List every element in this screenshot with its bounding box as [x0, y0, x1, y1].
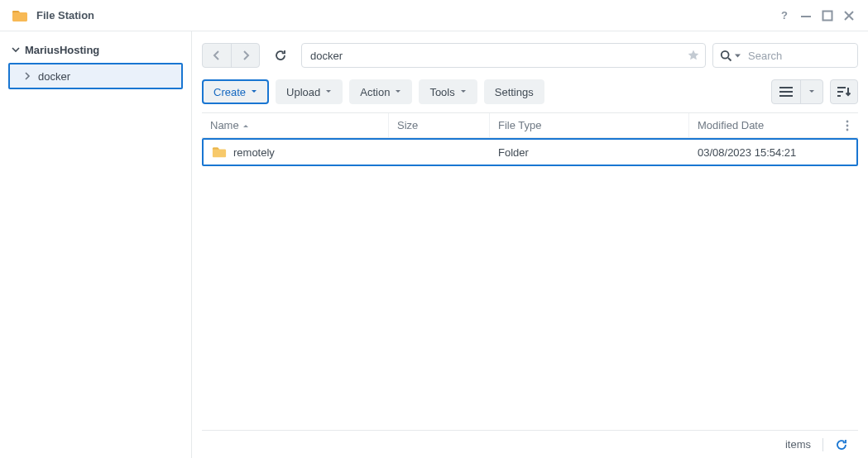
chevron-down-icon: [12, 45, 20, 54]
column-options-icon[interactable]: [837, 120, 858, 131]
status-refresh-icon[interactable]: [835, 438, 848, 451]
dropdown-icon: [325, 88, 332, 95]
svg-point-3: [722, 50, 729, 58]
sort-asc-icon: [242, 122, 249, 129]
svg-rect-6: [779, 95, 793, 97]
status-bar: items: [202, 430, 858, 458]
search-dropdown-icon[interactable]: [734, 52, 741, 60]
chevron-right-icon: [23, 72, 31, 80]
sidebar: MariusHosting docker: [0, 31, 192, 458]
help-icon[interactable]: ?: [774, 5, 795, 26]
table-row[interactable]: remotely Folder 03/08/2023 15:54:21: [204, 140, 856, 165]
folder-icon: [212, 145, 227, 160]
tree-item-label: docker: [38, 70, 70, 83]
list-view-icon[interactable]: [772, 80, 800, 103]
status-items-label: items: [785, 438, 811, 451]
column-header-size-label: Size: [397, 119, 418, 131]
window-title: File Station: [36, 9, 94, 21]
nav-group: [202, 43, 260, 68]
svg-rect-4: [779, 87, 793, 88]
tree-root[interactable]: MariusHosting: [0, 38, 191, 61]
close-icon[interactable]: [838, 5, 860, 26]
search-box[interactable]: [712, 43, 858, 68]
main: docker Create Upload: [192, 31, 868, 458]
tree-root-label: MariusHosting: [25, 44, 99, 56]
dropdown-icon: [395, 88, 401, 95]
dropdown-icon: [251, 88, 257, 95]
table-header: Name Size File Type Modified Date: [202, 113, 858, 138]
svg-rect-9: [837, 95, 841, 97]
column-header-type[interactable]: File Type: [490, 113, 689, 137]
minimize-icon[interactable]: [795, 5, 817, 26]
titlebar: File Station ?: [0, 0, 868, 31]
svg-rect-7: [837, 87, 846, 88]
svg-point-10: [846, 120, 849, 122]
search-input[interactable]: [746, 49, 868, 63]
column-header-size[interactable]: Size: [389, 113, 490, 137]
column-header-name[interactable]: Name: [202, 113, 389, 137]
row-type: Folder: [490, 146, 689, 159]
column-header-date[interactable]: Modified Date: [689, 113, 837, 137]
svg-point-11: [846, 124, 849, 126]
column-header-name-label: Name: [210, 119, 239, 131]
view-mode-dropdown[interactable]: [800, 80, 822, 103]
favorite-star-icon[interactable]: [687, 49, 700, 62]
tools-button-label: Tools: [429, 86, 454, 98]
svg-rect-8: [837, 91, 843, 93]
settings-button-label: Settings: [495, 86, 534, 98]
settings-button[interactable]: Settings: [484, 79, 544, 104]
view-mode-group: [771, 79, 823, 104]
column-header-date-label: Modified Date: [698, 119, 764, 131]
svg-point-12: [846, 128, 849, 131]
forward-button[interactable]: [231, 44, 259, 67]
tools-button[interactable]: Tools: [419, 79, 477, 104]
path-input[interactable]: docker: [301, 43, 706, 68]
svg-rect-5: [779, 91, 793, 93]
tree-item-docker[interactable]: docker: [10, 64, 181, 88]
create-button-label: Create: [213, 86, 246, 98]
row-date: 03/08/2023 15:54:21: [689, 146, 856, 159]
dropdown-icon: [460, 88, 467, 95]
column-header-type-label: File Type: [498, 119, 542, 131]
svg-text:?: ?: [781, 9, 788, 21]
create-button[interactable]: Create: [202, 79, 269, 104]
action-button-label: Action: [360, 86, 390, 98]
back-button[interactable]: [203, 44, 231, 67]
search-icon: [720, 50, 732, 62]
svg-rect-2: [823, 11, 832, 20]
app-folder-icon: [12, 7, 28, 24]
action-button[interactable]: Action: [349, 79, 412, 104]
upload-button[interactable]: Upload: [276, 79, 343, 104]
maximize-icon[interactable]: [817, 5, 838, 26]
toolbar-nav: docker: [202, 41, 858, 69]
status-divider: [822, 438, 823, 451]
file-table: Name Size File Type Modified Date: [202, 112, 858, 430]
path-text: docker: [310, 50, 687, 62]
row-name: remotely: [233, 146, 275, 159]
upload-button-label: Upload: [286, 86, 320, 98]
toolbar-actions: Create Upload Action Tools Settings: [202, 78, 858, 106]
svg-rect-1: [801, 16, 811, 17]
sort-button[interactable]: [830, 79, 858, 104]
refresh-button[interactable]: [266, 43, 295, 68]
